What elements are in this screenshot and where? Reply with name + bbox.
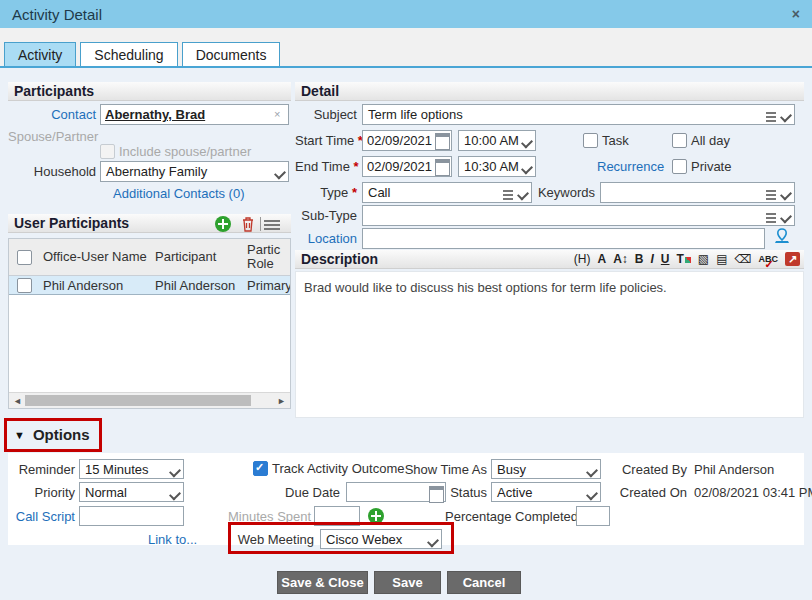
call-script-input[interactable] xyxy=(79,506,184,526)
expand-icon[interactable]: ↗ xyxy=(785,252,800,266)
chevron-down-icon xyxy=(170,491,178,499)
html-source-icon[interactable]: (H) xyxy=(574,251,591,267)
italic-icon[interactable]: I xyxy=(650,251,653,267)
private-checkbox[interactable] xyxy=(672,159,687,174)
keywords-combobox[interactable] xyxy=(600,182,795,203)
household-select[interactable]: Abernathy Family xyxy=(100,161,289,182)
scroll-right-icon[interactable]: ► xyxy=(277,396,286,406)
recurrence-link[interactable]: Recurrence xyxy=(597,159,664,174)
contact-clear-icon[interactable]: × xyxy=(274,108,280,120)
user-participants-table: Office-User Name Participant Partic Role… xyxy=(8,238,291,409)
list-icon[interactable] xyxy=(766,188,776,202)
location-label[interactable]: Location xyxy=(295,231,357,246)
status-label: Status xyxy=(397,485,487,500)
calendar-icon[interactable] xyxy=(435,133,450,150)
track-activity-outcome-checkbox[interactable] xyxy=(253,461,268,476)
underline-icon[interactable]: U xyxy=(661,251,670,267)
chevron-down-icon xyxy=(781,214,789,222)
chevron-down-icon xyxy=(275,170,283,178)
add-minutes-icon[interactable] xyxy=(368,508,384,524)
row-checkbox[interactable] xyxy=(17,278,32,293)
call-script-label[interactable]: Call Script xyxy=(8,509,75,524)
start-time-select[interactable]: 10:00 AM xyxy=(458,130,536,151)
type-combobox[interactable]: Call xyxy=(362,182,532,203)
chevron-down-icon xyxy=(587,491,595,499)
include-spouse-checkbox[interactable] xyxy=(100,144,115,159)
cancel-button[interactable]: Cancel xyxy=(447,571,521,594)
save-and-close-button[interactable]: Save & Close xyxy=(277,571,368,594)
font-icon[interactable]: A xyxy=(597,251,606,267)
end-time-select[interactable]: 10:30 AM xyxy=(458,156,536,177)
web-meeting-label: Web Meeting xyxy=(236,532,314,547)
priority-select[interactable]: Normal xyxy=(79,482,184,502)
spell-check-icon[interactable]: ABC xyxy=(759,251,779,267)
location-input[interactable] xyxy=(362,228,765,249)
tab-scheduling[interactable]: Scheduling xyxy=(80,42,177,66)
chevron-down-icon xyxy=(781,113,789,121)
tab-documents[interactable]: Documents xyxy=(182,42,281,66)
subject-label: Subject xyxy=(295,107,357,122)
calendar-icon[interactable] xyxy=(435,159,450,176)
bold-icon[interactable]: B xyxy=(635,251,644,267)
participant-name: Phil Anderson xyxy=(151,278,243,293)
table-row[interactable]: Phil Anderson Phil Anderson Primary xyxy=(9,276,290,295)
chevron-down-icon xyxy=(428,538,436,546)
priority-label: Priority xyxy=(8,485,75,500)
clear-formatting-icon[interactable]: ⌫ xyxy=(735,251,752,267)
include-spouse-label: Include spouse/partner xyxy=(119,144,251,159)
minutes-spent-label: Minutes Spent xyxy=(228,509,308,524)
options-section-toggle[interactable]: ▼ Options xyxy=(14,426,90,443)
highlight-color-icon[interactable]: ▧ xyxy=(698,251,709,267)
list-icon[interactable] xyxy=(766,211,776,225)
task-checkbox[interactable] xyxy=(583,133,598,148)
paste-icon[interactable]: ▤ xyxy=(716,251,727,267)
select-all-checkbox[interactable] xyxy=(17,250,32,265)
type-label: Type xyxy=(295,185,357,200)
description-textarea[interactable]: Brad would like to discuss his best opti… xyxy=(295,271,804,418)
column-participant-role: Partic Role xyxy=(243,241,290,273)
tab-activity[interactable]: Activity xyxy=(4,42,76,66)
created-by-value: Phil Anderson xyxy=(694,462,774,477)
horizontal-scrollbar[interactable]: ◄ ► xyxy=(9,392,290,408)
chevron-down-icon xyxy=(522,139,530,147)
contact-input[interactable] xyxy=(100,104,289,125)
sub-type-combobox[interactable] xyxy=(362,205,795,226)
font-size-icon[interactable]: A↕ xyxy=(613,251,628,267)
save-button[interactable]: Save xyxy=(374,571,441,594)
delete-participant-icon[interactable] xyxy=(241,216,255,232)
minutes-spent-input[interactable] xyxy=(314,506,360,526)
status-select[interactable]: Active xyxy=(491,482,601,502)
additional-contacts-link[interactable]: Additional Contacts (0) xyxy=(113,186,245,201)
show-time-as-select[interactable]: Busy xyxy=(491,459,601,479)
contact-label[interactable]: Contact xyxy=(8,107,96,122)
tab-strip: Activity Scheduling Documents xyxy=(0,28,812,68)
divider xyxy=(260,217,261,231)
menu-icon[interactable] xyxy=(264,218,280,232)
start-time-label: Start Time xyxy=(295,133,357,148)
scroll-left-icon[interactable]: ◄ xyxy=(13,396,22,406)
percentage-completed-input[interactable] xyxy=(576,506,610,526)
all-day-checkbox[interactable] xyxy=(672,133,687,148)
column-office-user: Office-User Name xyxy=(39,248,151,266)
reminder-select[interactable]: 15 Minutes xyxy=(79,459,184,479)
keywords-label: Keywords xyxy=(535,185,595,200)
detail-section: Detail Subject Term life options Start T… xyxy=(295,82,804,418)
chevron-down-icon xyxy=(522,165,530,173)
subject-combobox[interactable]: Term life options xyxy=(362,104,795,125)
map-location-icon[interactable] xyxy=(774,228,790,244)
chevron-down-icon xyxy=(170,468,178,476)
list-icon[interactable] xyxy=(766,110,776,124)
font-color-icon[interactable]: T xyxy=(677,251,691,267)
close-icon[interactable]: × xyxy=(792,6,800,22)
private-label: Private xyxy=(691,159,731,174)
scrollbar-thumb[interactable] xyxy=(25,395,251,406)
list-icon[interactable] xyxy=(503,188,513,202)
show-time-as-label: Show Time As xyxy=(397,462,487,477)
chevron-down-icon xyxy=(587,468,595,476)
add-participant-icon[interactable] xyxy=(215,216,231,232)
link-to-link[interactable]: Link to... xyxy=(148,532,197,547)
percentage-completed-label: Percentage Completed xyxy=(445,509,570,524)
spouse-partner-label: Spouse/Partner xyxy=(8,129,96,144)
web-meeting-select[interactable]: Cisco Webex xyxy=(320,529,442,549)
created-on-label: Created On xyxy=(612,485,687,500)
